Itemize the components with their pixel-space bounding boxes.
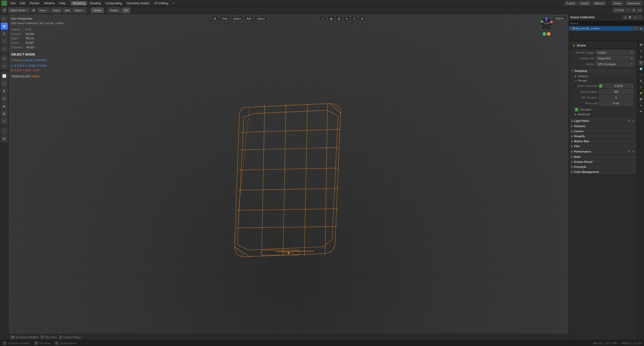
menu-render[interactable]: Render	[28, 1, 42, 6]
time-limit-input[interactable]: 0 sec	[599, 101, 633, 106]
performance-header[interactable]: ▶ Performance ⊞ ⊟	[570, 149, 636, 154]
sampling-header[interactable]: ▼ Sampling	[570, 69, 636, 73]
editor-type-btn[interactable]: ⊞	[212, 16, 218, 21]
prop-icon-particles[interactable]: ✦	[638, 84, 644, 90]
viewport-sub-header[interactable]: ▶ Viewport	[574, 74, 634, 78]
freestyle-header[interactable]: ▶ Freestyle	[570, 165, 636, 169]
object-menu-btn[interactable]: Object	[255, 16, 267, 21]
light-paths-icon2[interactable]: ⊟	[631, 119, 635, 123]
tool-inset[interactable]: ⊡	[1, 95, 8, 102]
menu-file[interactable]: File	[9, 1, 17, 6]
device-dropdown[interactable]: GPU Compute ▼	[596, 62, 634, 66]
snap2-icon[interactable]: ⊕	[631, 8, 636, 13]
prop-icon-render[interactable]: 📷	[638, 42, 644, 47]
outliner-search[interactable]	[569, 21, 644, 26]
viewport-shading-wire[interactable]: ⬡	[319, 16, 327, 21]
tool-bevel[interactable]: ◈	[1, 103, 8, 110]
noise-checkbox[interactable]	[599, 84, 602, 88]
tool-annotate[interactable]: ✏	[1, 55, 8, 62]
outliner-item-collection[interactable]: ▼ led_remote_control 👁 ◉	[569, 26, 644, 31]
export-btn[interactable]: Export	[565, 1, 577, 6]
motion-blur-header[interactable]: ▶ Motion Blur	[570, 139, 636, 143]
view-dropdown[interactable]: View ▼	[37, 8, 50, 13]
tool-rotate[interactable]: ↻	[1, 30, 8, 37]
tool-knife[interactable]: ✂	[1, 118, 8, 125]
mode-modeling[interactable]: Modeling	[71, 1, 87, 6]
tool-measure[interactable]: ⌖	[1, 63, 8, 70]
prop-icon-material[interactable]: ◉	[638, 108, 644, 114]
tool-scale[interactable]: ⤡	[1, 38, 8, 45]
color-management-header[interactable]: ▶ Color Management	[570, 170, 636, 174]
tool-extrude[interactable]: ⬆	[1, 87, 8, 94]
volumes-header[interactable]: ▶ Volumes	[570, 124, 636, 128]
tool-cursor[interactable]: ↖	[1, 15, 8, 22]
tool-move[interactable]: ✥	[1, 23, 8, 30]
mode-compositing[interactable]: Compositing	[103, 1, 124, 6]
performance-icon1[interactable]: ⊞	[627, 150, 631, 153]
mirror-icon[interactable]: ⟺	[637, 8, 642, 13]
prop-icon-scene[interactable]: 🎬	[638, 60, 644, 66]
tool-smooth[interactable]: ~	[1, 127, 8, 134]
toolbar-mesh-icon[interactable]: ◉	[31, 8, 36, 13]
feature-set-dropdown[interactable]: Supported ▼	[596, 56, 634, 61]
mode-shading[interactable]: Shading	[88, 1, 103, 6]
scene-btn[interactable]: Scene	[611, 1, 624, 6]
curves-header[interactable]: ▶ Curves	[570, 129, 636, 133]
prop-icon-world[interactable]: 🌍	[638, 66, 644, 72]
menu-help[interactable]: Help	[57, 1, 68, 6]
mode-uv-editing[interactable]: UV Editing	[152, 1, 170, 6]
more-icon[interactable]: ⋯	[638, 15, 642, 20]
transform-global[interactable]: Global ▼	[619, 8, 624, 13]
tweak-btn[interactable]: Tweak	[91, 8, 104, 13]
import-btn[interactable]: Import	[578, 1, 591, 6]
filter-icon[interactable]: ⊞	[623, 15, 627, 20]
light-paths-header[interactable]: ▶ Light Paths ⊞ ⊟	[570, 118, 636, 123]
select-menu-btn[interactable]: Select	[231, 16, 243, 21]
color-preset-1[interactable]	[543, 32, 546, 36]
viewport-shading-solid[interactable]: ◑	[328, 16, 335, 21]
eye-icon[interactable]: 👁	[633, 26, 638, 31]
render-eye-icon[interactable]: ◉	[638, 26, 643, 31]
viewport-shading-render[interactable]: ●	[344, 16, 350, 21]
prop-icon-data[interactable]: ▲	[638, 102, 644, 108]
menu-window[interactable]: Window	[42, 1, 57, 6]
bake-header[interactable]: ▶ Bake	[570, 155, 636, 159]
tool-loop-cut[interactable]: ⊞	[1, 110, 8, 117]
noise-input[interactable]: 0.0100	[604, 84, 633, 88]
viewport-overlays[interactable]: ⊙	[351, 16, 358, 21]
options-btn[interactable]: Options	[552, 16, 567, 21]
prop-icon-modifier[interactable]: 🔧	[638, 78, 644, 84]
radius-btn[interactable]: Radius	[108, 8, 121, 13]
denoiser-checkbox[interactable]	[575, 108, 578, 111]
film-header[interactable]: ▶ Film	[570, 144, 636, 149]
object-mode-dropdown[interactable]: Object Mode ▼	[8, 8, 30, 13]
simplify-header[interactable]: ▶ Simplify	[570, 134, 636, 138]
view-menu-btn[interactable]: View	[219, 16, 230, 21]
tool-add-cube[interactable]: ⬜	[1, 72, 8, 79]
max-samples-input[interactable]: 300	[599, 89, 633, 94]
min-samples-input[interactable]: 0	[599, 95, 633, 100]
viewport[interactable]: User Perspective (36) Scene Collection |…	[9, 14, 569, 340]
color-preset-2[interactable]	[547, 32, 550, 36]
viewport-gizmos[interactable]: ⊕	[359, 16, 366, 21]
viewport-shading-material[interactable]: ◍	[336, 16, 343, 21]
object-dropdown[interactable]: Object ▼	[72, 8, 87, 13]
collection-link[interactable]: Scene_Collection	[25, 59, 46, 62]
menu-edit[interactable]: Edit	[18, 1, 27, 6]
prop-icon-physics[interactable]: ⚡	[638, 90, 644, 96]
advanced-sub-header[interactable]: ▶ Advanced	[574, 112, 634, 116]
proportional-icon[interactable]: ○	[625, 8, 630, 13]
performance-icon2[interactable]: ⊟	[631, 150, 635, 153]
manual-btn[interactable]: Manual	[592, 1, 606, 6]
grease-pencil-header[interactable]: ▶ Grease Pencil	[570, 160, 636, 164]
mode-add-plus[interactable]: +	[171, 1, 177, 6]
viewlayer-btn[interactable]: ViewLayer	[625, 1, 642, 6]
add-dropdown[interactable]: Add	[63, 8, 71, 13]
sync-icon[interactable]: ↻	[633, 15, 637, 20]
engine-dropdown[interactable]: Cycles ▼	[596, 50, 634, 55]
tool-transform[interactable]: ⊹	[1, 45, 8, 52]
prop-icon-output[interactable]: 🖨	[638, 48, 644, 54]
tool-add-circle[interactable]: ◯	[1, 80, 8, 87]
prop-icon-view-layer[interactable]: ⊞	[638, 54, 644, 60]
render-sub-header[interactable]: ▼ Render	[574, 79, 634, 83]
